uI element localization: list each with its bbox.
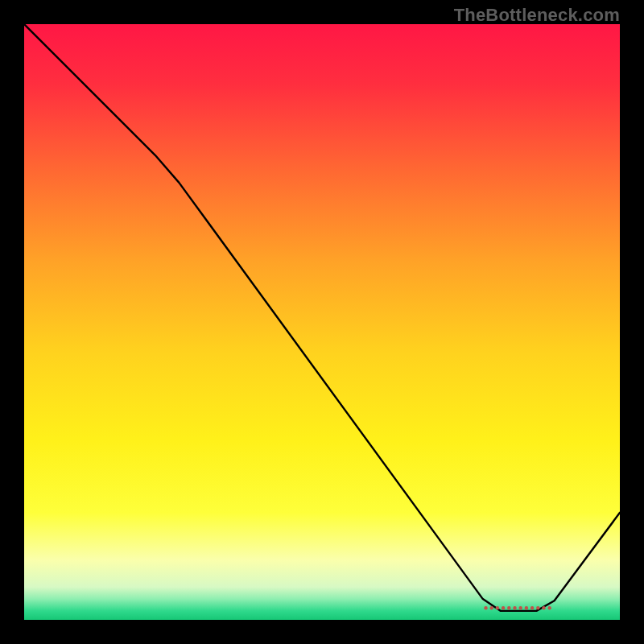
marker-dot — [536, 606, 539, 609]
marker-dot — [519, 606, 522, 609]
outer-frame: TheBottleneck.com — [0, 0, 644, 644]
marker-dot — [525, 606, 528, 609]
marker-dot — [513, 606, 516, 609]
marker-dot — [484, 606, 487, 609]
marker-dot — [548, 606, 551, 609]
marker-dot — [542, 606, 545, 609]
marker-dot — [496, 606, 499, 609]
attribution-label: TheBottleneck.com — [454, 5, 620, 26]
marker-dot — [490, 606, 493, 609]
marker-dot — [507, 606, 510, 609]
chart-svg — [24, 24, 620, 620]
chart-plot-area — [24, 24, 620, 620]
marker-dot — [502, 606, 505, 609]
marker-dot — [530, 606, 534, 609]
